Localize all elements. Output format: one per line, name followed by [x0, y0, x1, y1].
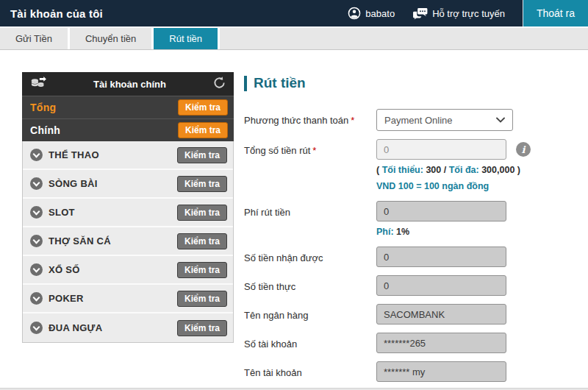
account-name-input [376, 361, 506, 382]
tab-withdraw[interactable]: Rút tiền [154, 28, 218, 49]
live-support-link[interactable]: Hỗ trợ trực tuyến [412, 7, 505, 20]
amount-input[interactable] [376, 139, 506, 160]
refresh-icon[interactable] [212, 76, 226, 93]
amount-label: Tổng số tiền rút* [244, 139, 376, 191]
bank-name-row: Tên ngân hàng [244, 304, 582, 325]
received-amount-label: Số tiền nhận được [244, 247, 376, 267]
received-amount-input [376, 247, 506, 267]
fee-rate-note: Phí: 1% [376, 227, 506, 237]
chevron-down-icon[interactable] [30, 149, 43, 161]
account-number-input [376, 333, 506, 353]
sub-account-row-poker[interactable]: POKER Kiểm tra [23, 285, 233, 313]
check-balance-button[interactable]: Kiểm tra [177, 233, 227, 249]
check-balance-button[interactable]: Kiểm tra [177, 320, 227, 336]
chevron-down-icon[interactable] [30, 292, 43, 305]
sub-account-label: XỔ SỐ [49, 264, 80, 275]
sub-account-row-sports[interactable]: THỂ THAO Kiểm tra [23, 141, 233, 170]
required-asterisk: * [312, 145, 316, 156]
sidebar-title: Tài khoản chính [47, 79, 212, 90]
bank-name-label: Tên ngân hàng [244, 304, 376, 325]
tab-transfer[interactable]: Chuyển tiền [70, 28, 151, 49]
fee-label: Phí rút tiền [244, 201, 376, 237]
sub-account-label: THỂ THAO [49, 149, 99, 160]
sub-account-label: THỢ SĂN CÁ [49, 235, 111, 247]
account-name-label: Tên tài khoản [244, 361, 376, 382]
user-menu[interactable]: babato [348, 7, 395, 20]
account-name-row: Tên tài khoản [244, 361, 582, 382]
sub-account-list: THỂ THAO Kiểm tra SÒNG BÀI Kiểm tra SLOT… [22, 141, 234, 343]
account-label: Chính [30, 124, 60, 136]
sub-account-row-horse-racing[interactable]: ĐUA NGỰA Kiểm tra [23, 313, 233, 342]
withdraw-panel: Rút tiền Phương thức thanh toán* Payment… [244, 75, 582, 390]
check-balance-button[interactable]: Kiểm tra [178, 99, 228, 116]
bank-name-input [376, 304, 506, 325]
chevron-down-icon[interactable] [30, 206, 43, 219]
logout-button[interactable]: Thoát ra [523, 0, 588, 26]
tabbar-filler [220, 28, 588, 49]
amount-row: Tổng số tiền rút* i ( Tối thiểu: 300 / T… [244, 139, 582, 191]
payment-method-label: Phương thức thanh toán* [244, 109, 376, 131]
fee-note-label: Phí: [376, 227, 394, 237]
topbar: Tài khoản của tôi babato Hỗ trợ trực tuy [0, 0, 588, 26]
user-icon [348, 7, 361, 20]
info-icon[interactable]: i [516, 142, 531, 157]
sub-account-label: POKER [49, 293, 84, 304]
check-balance-button[interactable]: Kiểm tra [177, 291, 227, 307]
fee-note-value: 1% [396, 227, 409, 237]
actual-amount-label: Số tiền thực [244, 275, 376, 296]
chevron-down-icon [496, 117, 505, 123]
account-number-row: Số tài khoản [244, 333, 582, 353]
account-sidebar: Tài khoản chính Tổng Kiểm tra Chính Kiểm… [22, 72, 234, 343]
username-label: babato [365, 8, 395, 19]
check-balance-button[interactable]: Kiểm tra [177, 205, 227, 221]
check-balance-button[interactable]: Kiểm tra [177, 262, 227, 278]
actual-amount-row: Số tiền thực [244, 275, 582, 296]
min-value: 300 [426, 165, 441, 175]
fee-input [376, 201, 506, 221]
account-row-total: Tổng Kiểm tra [22, 96, 234, 118]
sub-account-row-slot[interactable]: SLOT Kiểm tra [23, 199, 233, 227]
sub-account-row-lottery[interactable]: XỔ SỐ Kiểm tra [23, 256, 233, 285]
chevron-down-icon[interactable] [30, 322, 43, 334]
chat-icon [412, 7, 428, 20]
sidebar-header: Tài khoản chính [22, 72, 234, 96]
live-support-label: Hỗ trợ trực tuyến [432, 8, 505, 19]
tab-deposit[interactable]: Gửi Tiền [0, 28, 68, 49]
section-title-row: Rút tiền [244, 75, 582, 91]
page-title: Tài khoản của tôi [0, 7, 103, 20]
amount-limits-note: ( Tối thiểu: 300 / Tối đa: 300,000 ) [376, 165, 531, 175]
section-title: Rút tiền [254, 75, 306, 91]
check-balance-button[interactable]: Kiểm tra [178, 122, 228, 138]
account-row-main: Chính Kiểm tra [22, 118, 234, 141]
fee-row: Phí rút tiền Phí: 1% [244, 201, 582, 237]
max-label: Tối đa: [449, 165, 479, 175]
coins-icon [29, 75, 47, 93]
account-label: Tổng [30, 102, 56, 113]
sub-account-label: SLOT [49, 207, 75, 218]
chevron-down-icon[interactable] [30, 263, 43, 276]
payment-method-value: Payment Online [384, 115, 453, 126]
payment-method-select[interactable]: Payment Online [376, 109, 513, 131]
title-accent-bar [244, 76, 247, 91]
check-balance-button[interactable]: Kiểm tra [177, 147, 227, 163]
topbar-right: babato Hỗ trợ trực tuyến Thoát ra [348, 0, 588, 26]
min-label: Tối thiểu: [382, 165, 423, 175]
chevron-down-icon[interactable] [30, 177, 43, 190]
max-value: 300,000 [481, 165, 514, 175]
payment-method-row: Phương thức thanh toán* Payment Online [244, 109, 582, 131]
sub-account-row-casino[interactable]: SÒNG BÀI Kiểm tra [23, 170, 233, 199]
required-asterisk: * [351, 115, 354, 126]
sub-account-label: SÒNG BÀI [49, 178, 98, 189]
sub-account-label: ĐUA NGỰA [49, 322, 102, 333]
chevron-down-icon[interactable] [30, 235, 43, 247]
actual-amount-input [376, 275, 506, 296]
received-amount-row: Số tiền nhận được [244, 247, 582, 267]
withdraw-form: Phương thức thanh toán* Payment Online T… [244, 109, 582, 382]
check-balance-button[interactable]: Kiểm tra [177, 176, 227, 192]
sub-account-row-fishing[interactable]: THỢ SĂN CÁ Kiểm tra [23, 227, 233, 256]
exchange-rate-note: VND 100 = 100 ngàn đồng [376, 181, 531, 191]
tabbar: Gửi Tiền Chuyển tiền Rút tiền [0, 26, 588, 50]
account-number-label: Số tài khoản [244, 333, 376, 353]
